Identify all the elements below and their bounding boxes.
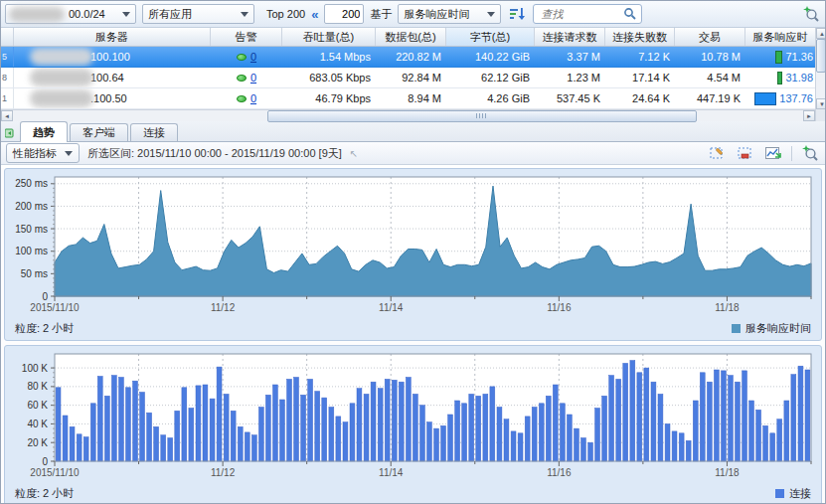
server-address: .100.50 bbox=[90, 92, 127, 104]
tab-connections[interactable]: 连接 bbox=[130, 123, 178, 141]
column-header-transactions[interactable]: 交易 bbox=[675, 28, 745, 46]
column-header-bytes[interactable]: 字节(总) bbox=[446, 28, 535, 46]
svg-text:100 K: 100 K bbox=[22, 363, 48, 374]
alert-cell: 0 bbox=[211, 47, 282, 67]
conn-failures-value: 17.14 K bbox=[605, 68, 675, 87]
column-header-alerts[interactable]: 告警 bbox=[211, 28, 282, 46]
bytes-value: 4.26 GiB bbox=[446, 88, 535, 108]
granularity-label: 粒度: 2 小时 bbox=[15, 486, 74, 501]
throughput-value: 1.54 Mbps bbox=[282, 47, 376, 67]
select-region-icon[interactable] bbox=[736, 144, 755, 162]
redaction-blur bbox=[30, 89, 93, 107]
conn-requests-value: 1.23 M bbox=[535, 68, 605, 87]
svg-text:150 ms: 150 ms bbox=[15, 224, 48, 235]
svg-text:11/14: 11/14 bbox=[379, 467, 404, 478]
table-row[interactable]: 1 .100.50 0 46.79 Kbps 8.94 M 4.26 GiB 5… bbox=[1, 88, 815, 109]
horizontal-scrollbar[interactable]: ◄ ► bbox=[1, 109, 815, 121]
response-time-cell: 137.76 bbox=[745, 88, 815, 108]
tab-trend[interactable]: 趋势 bbox=[20, 121, 68, 142]
search-icon[interactable] bbox=[623, 7, 636, 22]
tab-label: 趋势 bbox=[33, 125, 55, 140]
response-time-bar bbox=[775, 51, 782, 64]
scroll-left-arrow[interactable]: ◄ bbox=[1, 110, 13, 121]
table-row[interactable]: 5 100.100 0 1.54 Mbps 220.82 M 140.22 Gi… bbox=[1, 47, 815, 68]
chevron-down-icon bbox=[65, 151, 73, 156]
connections-bar-chart[interactable]: 020 K40 K60 K80 K100 K2015/11/1011/1211/… bbox=[7, 348, 821, 483]
search-input[interactable] bbox=[539, 7, 623, 21]
server-cell: 100.100 bbox=[14, 47, 211, 67]
legend-swatch bbox=[775, 489, 784, 498]
transactions-value: 447.19 K bbox=[675, 88, 745, 108]
top-n-input[interactable] bbox=[324, 4, 364, 24]
zoom-search-icon[interactable] bbox=[801, 5, 821, 23]
alert-cell: 0 bbox=[211, 68, 282, 87]
scrollbar-thumb[interactable] bbox=[816, 39, 826, 73]
sort-descending-icon[interactable] bbox=[507, 5, 527, 23]
selected-range-label: 所选区间: 2015/11/10 00:00 - 2015/11/19 00:0… bbox=[87, 146, 342, 161]
conn-requests-value: 537.45 K bbox=[535, 88, 605, 108]
response-time-value: 71.36 bbox=[785, 51, 813, 63]
svg-text:2015/11/10: 2015/11/10 bbox=[30, 302, 80, 313]
scrollbar-thumb[interactable] bbox=[267, 110, 697, 122]
metric-select[interactable]: 服务响应时间 bbox=[398, 4, 501, 24]
response-time-area-chart[interactable]: 050 ms100 ms150 ms200 ms250 ms2015/11/10… bbox=[7, 171, 821, 318]
scroll-up-arrow[interactable]: ▲ bbox=[816, 28, 826, 39]
conn-failures-value: 7.12 K bbox=[605, 47, 675, 67]
edit-selection-icon[interactable] bbox=[708, 144, 728, 162]
server-cell: 100.64 bbox=[14, 68, 211, 87]
column-header-packets[interactable]: 数据包(总) bbox=[376, 28, 446, 46]
svg-text:0: 0 bbox=[42, 456, 48, 467]
network-select[interactable]: 00.0/24 bbox=[5, 4, 136, 24]
svg-text:11/14: 11/14 bbox=[379, 302, 404, 313]
collapse-chevrons[interactable]: « bbox=[311, 7, 318, 22]
top-n-label: Top 200 bbox=[266, 8, 305, 20]
application-select-value: 所有应用 bbox=[148, 7, 192, 22]
zoom-search-icon[interactable] bbox=[800, 144, 820, 162]
alert-count-link[interactable]: 0 bbox=[250, 92, 256, 104]
svg-text:50 ms: 50 ms bbox=[21, 268, 48, 279]
svg-text:11/16: 11/16 bbox=[547, 467, 572, 478]
alert-count-link[interactable]: 0 bbox=[250, 72, 256, 84]
tab-clients[interactable]: 客户端 bbox=[70, 123, 128, 141]
table-row[interactable]: 8 100.64 0 683.05 Kbps 92.84 M 62.12 GiB… bbox=[1, 68, 815, 88]
column-header-response-time[interactable]: 服务响应时 bbox=[745, 28, 815, 46]
response-time-value: 137.76 bbox=[779, 92, 813, 104]
server-table: 服务器 告警 吞吐量(总) 数据包(总) 字节(总) 连接请求数 连接失败数 交… bbox=[1, 28, 825, 121]
svg-text:80 K: 80 K bbox=[27, 381, 48, 392]
scrollbar-track[interactable] bbox=[816, 39, 826, 98]
packets-value: 8.94 M bbox=[376, 88, 446, 108]
response-time-value: 31.98 bbox=[785, 72, 813, 84]
tab-label: 连接 bbox=[143, 125, 165, 140]
performance-metric-dropdown[interactable]: 性能指标 bbox=[6, 143, 80, 163]
column-header-server[interactable]: 服务器 bbox=[14, 28, 211, 46]
panel-collapse-icon[interactable] bbox=[5, 128, 15, 138]
network-select-value: 00.0/24 bbox=[69, 8, 105, 20]
legend-label: 连接 bbox=[789, 486, 811, 501]
chevron-down-icon bbox=[487, 12, 495, 17]
alert-count-link[interactable]: 0 bbox=[250, 51, 256, 63]
status-ok-dot-icon bbox=[237, 75, 247, 82]
application-select[interactable]: 所有应用 bbox=[142, 4, 254, 24]
scroll-down-arrow[interactable]: ▼ bbox=[816, 98, 826, 109]
chart-legend: 服务响应时间 bbox=[732, 321, 811, 336]
redaction-blur bbox=[9, 7, 65, 22]
arrow-up-left-icon: ↖ bbox=[350, 148, 358, 159]
svg-text:11/18: 11/18 bbox=[715, 302, 740, 313]
svg-text:11/16: 11/16 bbox=[547, 302, 572, 313]
column-header-conn-failures[interactable]: 连接失败数 bbox=[605, 28, 675, 46]
response-time-cell: 31.98 bbox=[745, 68, 815, 87]
vertical-scrollbar[interactable]: ▲ ▼ bbox=[815, 28, 826, 121]
svg-text:250 ms: 250 ms bbox=[15, 178, 48, 189]
scroll-right-arrow[interactable]: ► bbox=[803, 110, 815, 121]
chart-legend: 连接 bbox=[775, 486, 811, 501]
chart-toolbar: 性能指标 所选区间: 2015/11/10 00:00 - 2015/11/19… bbox=[1, 142, 825, 165]
row-number: 8 bbox=[1, 68, 14, 87]
connections-trend-panel: 020 K40 K60 K80 K100 K2015/11/1011/1211/… bbox=[4, 345, 822, 504]
response-time-bar bbox=[754, 92, 776, 105]
svg-text:100 ms: 100 ms bbox=[15, 246, 48, 256]
column-header-conn-requests[interactable]: 连接请求数 bbox=[535, 28, 605, 46]
svg-text:200 ms: 200 ms bbox=[15, 201, 48, 212]
status-ok-dot-icon bbox=[237, 54, 247, 61]
chart-export-icon[interactable] bbox=[763, 144, 783, 162]
column-header-throughput[interactable]: 吞吐量(总) bbox=[282, 28, 376, 46]
